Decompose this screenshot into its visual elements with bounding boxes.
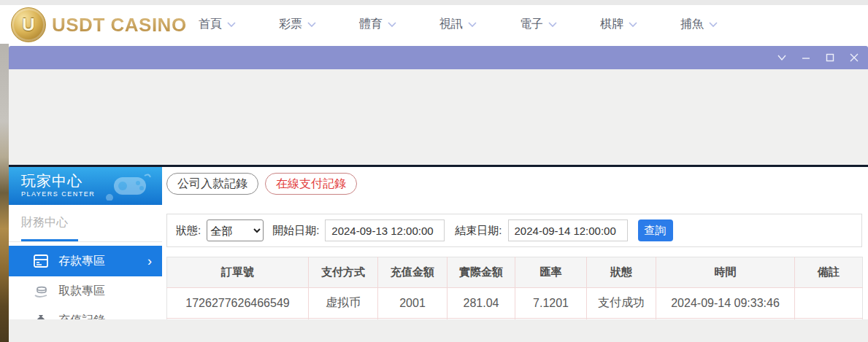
- logo-text: USDT CASINO: [52, 14, 187, 36]
- sidebar-item-recharge-records[interactable]: ¥ 充值記錄: [9, 306, 162, 319]
- col-exchange-rate: 匯率: [515, 257, 587, 288]
- nav-item-sports[interactable]: 體育: [359, 17, 396, 32]
- tab-company-deposit-records[interactable]: 公司入款記錄: [166, 173, 258, 195]
- window-minimize-icon[interactable]: [801, 53, 811, 63]
- sidebar-item-label: 充值記錄: [58, 313, 105, 320]
- window-maximize-icon[interactable]: [825, 53, 835, 63]
- usdt-logo-icon: U: [11, 7, 46, 42]
- window-content: 玩家中心 PLAYERS CENTER 財務中心: [9, 167, 868, 319]
- chevron-right-icon: ›: [147, 254, 152, 268]
- cell-order-number: 1726277626466549: [167, 288, 309, 319]
- col-recharge-amount: 充值金額: [378, 257, 448, 288]
- deposit-card-icon: [33, 253, 49, 269]
- page-background-strip: [0, 44, 9, 342]
- sidebar-item-deposit[interactable]: 存款專區 ›: [9, 246, 162, 276]
- col-order-number: 訂單號: [167, 257, 309, 288]
- money-bag-icon: ¥: [33, 312, 49, 319]
- record-tabs: 公司入款記錄 在線支付記錄: [166, 173, 868, 195]
- window-bottom-strip: [9, 319, 868, 342]
- site-navbar: U USDT CASINO 首頁 彩票 體育 視訊 電子 棋牌 捕魚: [0, 5, 868, 44]
- query-button[interactable]: 查詢: [638, 219, 673, 241]
- nav-item-video[interactable]: 視訊: [439, 17, 477, 32]
- cell-actual-amount: 281.04: [448, 288, 515, 319]
- nav-item-label: 視訊: [439, 17, 463, 32]
- window-titlebar[interactable]: [9, 46, 868, 69]
- withdraw-hand-icon: [33, 283, 49, 299]
- cell-recharge-amount: 2001: [378, 288, 448, 319]
- filter-bar: 狀態: 全部 開始日期: 結束日期: 查詢: [166, 214, 862, 247]
- tab-online-payment-records[interactable]: 在線支付記錄: [265, 173, 357, 195]
- status-label: 狀態:: [176, 224, 201, 238]
- start-date-input[interactable]: [325, 219, 445, 241]
- chevron-down-icon: [468, 22, 477, 28]
- col-status: 狀態: [587, 257, 656, 288]
- nav-item-home[interactable]: 首頁: [199, 17, 236, 32]
- nav-item-label: 電子: [520, 17, 543, 32]
- chevron-down-icon: [548, 22, 557, 28]
- nav-item-boardgames[interactable]: 棋牌: [600, 17, 637, 32]
- chevron-down-icon: [709, 22, 718, 28]
- cell-payment-method: 虚拟币: [309, 288, 378, 319]
- sidebar: 玩家中心 PLAYERS CENTER 財務中心: [9, 167, 162, 319]
- chevron-down-icon: [307, 22, 316, 28]
- window-collapse-icon[interactable]: [777, 53, 787, 63]
- cell-exchange-rate: 7.1201: [515, 288, 587, 319]
- cell-remark: [795, 288, 863, 319]
- sidebar-item-label: 存款專區: [58, 254, 105, 269]
- col-time: 時間: [656, 257, 795, 288]
- nav-item-label: 捕魚: [680, 17, 704, 32]
- window-close-icon[interactable]: [849, 53, 859, 63]
- nav-menu: 首頁 彩票 體育 視訊 電子 棋牌 捕魚: [199, 5, 718, 44]
- col-actual-amount: 實際金額: [448, 257, 515, 288]
- nav-item-label: 首頁: [199, 17, 222, 32]
- window-empty-area: [9, 69, 868, 165]
- cell-time: 2024-09-14 09:33:46: [656, 288, 795, 319]
- nav-item-slots[interactable]: 電子: [520, 17, 557, 32]
- top-edge-strip: [0, 0, 868, 5]
- col-payment-method: 支付方式: [309, 257, 378, 288]
- table-row: 1726277626466549 虚拟币 2001 281.04 7.1201 …: [167, 288, 863, 319]
- start-date-label: 開始日期:: [272, 224, 319, 238]
- chevron-down-icon: [629, 22, 637, 28]
- table-header-row: 訂單號 支付方式 充值金額 實際金額 匯率 狀態 時間 備註: [167, 257, 863, 288]
- nav-item-label: 棋牌: [600, 17, 623, 32]
- table-row-partial: [167, 319, 863, 320]
- sidebar-item-label: 取款專區: [58, 284, 105, 299]
- player-center-window: 玩家中心 PLAYERS CENTER 財務中心: [9, 46, 868, 342]
- site-logo[interactable]: U USDT CASINO: [11, 7, 187, 42]
- col-remark: 備註: [795, 257, 863, 288]
- chevron-down-icon: [227, 22, 236, 28]
- payment-records-table: 訂單號 支付方式 充值金額 實際金額 匯率 狀態 時間 備註 172627762…: [166, 257, 863, 319]
- nav-item-label: 體育: [359, 17, 383, 32]
- sidebar-item-withdraw[interactable]: 取款專區: [9, 276, 162, 306]
- status-select[interactable]: 全部: [207, 219, 264, 241]
- end-date-label: 結束日期:: [455, 224, 502, 238]
- nav-item-lottery[interactable]: 彩票: [279, 17, 316, 32]
- gamepad-icon: [104, 171, 152, 201]
- chevron-down-icon: [388, 22, 396, 28]
- nav-item-label: 彩票: [279, 17, 302, 32]
- players-center-header: 玩家中心 PLAYERS CENTER: [9, 167, 162, 205]
- cell-status: 支付成功: [587, 288, 656, 319]
- main-panel: 公司入款記錄 在線支付記錄 狀態: 全部 開始日期: 結束日期: 查詢: [162, 167, 868, 319]
- section-divider: [9, 238, 162, 242]
- nav-item-fishing[interactable]: 捕魚: [680, 17, 718, 32]
- end-date-input[interactable]: [508, 219, 628, 241]
- finance-center-label: 財務中心: [9, 205, 162, 230]
